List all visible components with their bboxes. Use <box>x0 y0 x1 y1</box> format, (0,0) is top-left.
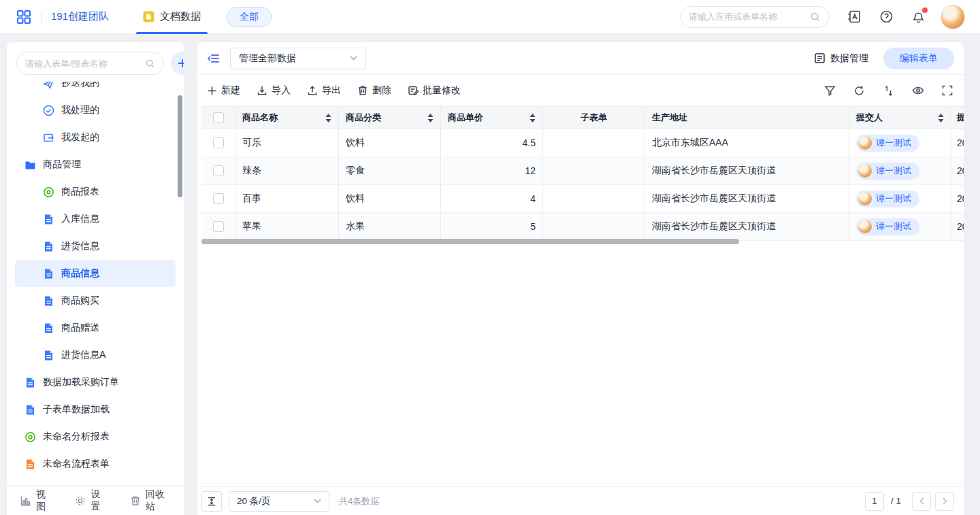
data-manage-button[interactable]: 数据管理 <box>814 52 868 65</box>
submitter-avatar <box>858 192 872 205</box>
eye-icon[interactable] <box>912 84 924 97</box>
contacts-icon[interactable] <box>847 10 862 24</box>
column-sort-icon[interactable] <box>529 114 536 122</box>
app-window: 191创建团队 文档数据 全部 <box>0 0 980 515</box>
column-header-price[interactable]: 商品单价 <box>441 107 543 129</box>
submitter-avatar <box>858 136 872 150</box>
filter-icon[interactable] <box>824 85 836 97</box>
send-icon <box>43 132 54 144</box>
add-form-button[interactable] <box>171 52 184 75</box>
submitter-chip[interactable]: 谭一测试 <box>856 218 919 235</box>
row-checkbox[interactable] <box>201 185 235 212</box>
table-row[interactable]: 百事 饮料 4 湖南省长沙市岳麓区天顶街道 谭一测试 20 <box>201 185 964 213</box>
sidebar-item-purchase-info-a[interactable]: 进货信息A <box>15 342 176 369</box>
edit-form-button[interactable]: 编辑表单 <box>883 48 954 69</box>
team-name[interactable]: 191创建团队 <box>51 10 109 23</box>
report-icon <box>24 431 36 443</box>
sidebar-item-unnamed-flow-form[interactable]: 未命名流程表单 <box>15 450 176 478</box>
sidebar-item-cc-to-me[interactable]: 抄送我的 <box>15 82 176 97</box>
delete-button[interactable]: 删除 <box>357 84 391 97</box>
search-icon[interactable] <box>810 12 821 22</box>
scope-pill-all[interactable]: 全部 <box>227 7 272 27</box>
table-row[interactable]: 苹果 水果 5 湖南省长沙市岳麓区天顶街道 谭一测试 20 <box>201 213 964 241</box>
cell-subform <box>543 213 645 240</box>
refresh-icon[interactable] <box>853 85 865 97</box>
cell-category: 饮料 <box>339 185 441 212</box>
select-all-checkbox[interactable] <box>201 107 235 129</box>
new-record-button[interactable]: 新建 <box>207 84 240 97</box>
column-header-category[interactable]: 商品分类 <box>339 107 441 129</box>
notification-bell-icon[interactable] <box>911 10 926 24</box>
submitter-chip[interactable]: 谭一测试 <box>856 163 919 180</box>
sidebar-item-product-info[interactable]: 商品信息 <box>15 260 176 287</box>
import-button[interactable]: 导入 <box>257 84 291 97</box>
export-button[interactable]: 导出 <box>307 84 341 97</box>
row-checkbox[interactable] <box>201 157 235 184</box>
table-row[interactable]: 辣条 零食 12 湖南省长沙市岳麓区天顶街道 谭一测试 20 <box>201 157 964 185</box>
column-header-name[interactable]: 商品名称 <box>235 107 339 129</box>
sidebar-item-processed-by-me[interactable]: 我处理的 <box>15 97 176 124</box>
submitter-chip[interactable]: 谭一测试 <box>856 190 919 207</box>
global-search[interactable] <box>680 6 830 28</box>
settings-button[interactable]: 设置 <box>75 488 106 513</box>
row-height-button[interactable] <box>201 491 222 512</box>
sidebar-item-product-buy[interactable]: 商品购买 <box>15 287 176 314</box>
current-page-input[interactable]: 1 <box>865 492 884 511</box>
submitter-avatar <box>858 220 872 233</box>
tab-doc-data[interactable]: 文档数据 <box>135 0 209 34</box>
page-size-select[interactable]: 20 条/页 <box>229 491 329 512</box>
global-search-input[interactable] <box>689 12 810 22</box>
search-icon[interactable] <box>145 59 155 69</box>
apps-grid-icon[interactable] <box>16 10 31 24</box>
sidebar-scrollbar[interactable] <box>178 95 182 197</box>
recycle-bin-button[interactable]: 回收站 <box>130 488 170 513</box>
prev-page-button[interactable] <box>912 492 931 511</box>
column-header-submitter[interactable]: 提交人 <box>849 107 951 129</box>
help-icon[interactable] <box>879 10 894 24</box>
row-checkbox[interactable] <box>201 129 235 156</box>
sidebar: 抄送我的 我处理的 我发起的 商品管理 <box>7 42 184 515</box>
collapse-sidebar-icon[interactable] <box>203 52 225 65</box>
cell-address: 北京市东城区AAA <box>645 129 849 156</box>
sidebar-item-subform-data-load[interactable]: 子表单数据加载 <box>15 396 176 423</box>
column-sort-icon[interactable] <box>938 114 944 122</box>
sort-icon[interactable] <box>883 85 894 97</box>
submitter-chip[interactable]: 谭一测试 <box>856 135 919 152</box>
column-sort-icon[interactable] <box>427 114 434 122</box>
views-button[interactable]: 视图 <box>20 488 52 513</box>
horizontal-scrollbar-thumb[interactable] <box>201 239 739 244</box>
data-manage-icon <box>814 52 826 64</box>
column-sort-icon[interactable] <box>325 114 331 122</box>
topbar: 191创建团队 文档数据 全部 <box>0 0 980 34</box>
sidebar-item-started-by-me[interactable]: 我发起的 <box>15 124 176 151</box>
sidebar-search-input[interactable] <box>25 59 145 69</box>
sidebar-item-purchase-info[interactable]: 进货信息 <box>15 233 176 260</box>
sidebar-search[interactable] <box>16 52 164 75</box>
fullscreen-icon[interactable] <box>942 85 953 96</box>
report-icon <box>43 186 54 198</box>
cell-submitter: 谭一测试 <box>849 213 951 240</box>
row-height-icon <box>206 496 217 507</box>
sidebar-item-product-report[interactable]: 商品报表 <box>15 178 176 205</box>
chevron-left-icon <box>919 497 924 505</box>
user-avatar[interactable] <box>941 5 965 29</box>
sidebar-item-unnamed-analysis-report[interactable]: 未命名分析报表 <box>15 423 176 450</box>
sidebar-item-clipped[interactable] <box>15 478 176 485</box>
column-header-address[interactable]: 生产地址 <box>645 107 849 129</box>
table-row[interactable]: 可乐 饮料 4.5 北京市东城区AAA 谭一测试 20 <box>201 129 964 157</box>
table-header-row: 商品名称 商品分类 商品单价 子表单 生产地址 提交人 提 <box>201 106 964 129</box>
next-page-button[interactable] <box>935 492 954 511</box>
tab-label: 文档数据 <box>160 10 201 23</box>
sidebar-item-data-load-purchase-order[interactable]: 数据加载采购订单 <box>15 369 176 396</box>
row-checkbox[interactable] <box>201 213 235 240</box>
view-select[interactable]: 管理全部数据 <box>230 48 366 69</box>
sidebar-item-inbound-info[interactable]: 入库信息 <box>15 205 176 233</box>
submitter-avatar <box>858 164 872 178</box>
batch-edit-button[interactable]: 批量修改 <box>408 84 461 97</box>
cell-submitter: 谭一测试 <box>849 185 951 212</box>
sidebar-item-product-gift[interactable]: 商品赠送 <box>15 314 176 342</box>
sidebar-folder-product-management[interactable]: 商品管理 <box>15 151 176 178</box>
column-header-subform[interactable]: 子表单 <box>543 107 645 129</box>
cell-name: 可乐 <box>235 129 339 156</box>
main-panel: 管理全部数据 数据管理 编辑表单 新建 <box>197 42 964 515</box>
